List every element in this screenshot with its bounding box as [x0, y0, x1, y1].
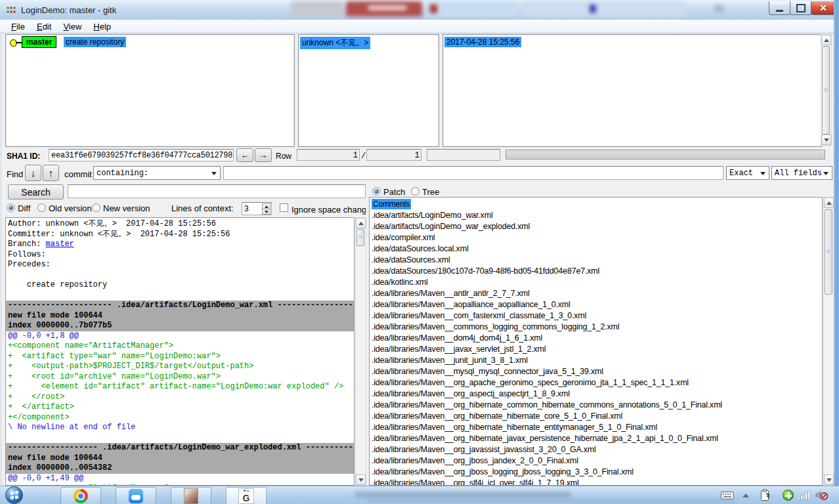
row-extra-field[interactable]: [427, 149, 500, 161]
file-row[interactable]: .idea/libraries/Maven__org_hibernate_hib…: [370, 422, 822, 433]
find-type-dropdown[interactable]: containing:: [93, 166, 221, 180]
taskbar-app-gitk[interactable]: +− G: [226, 487, 267, 504]
minimize-button[interactable]: [769, 1, 790, 15]
find-prev-button[interactable]: ↑: [43, 165, 59, 181]
background-tab: [368, 5, 407, 10]
menu-view[interactable]: View: [57, 21, 87, 32]
spin-down-icon[interactable]: [262, 209, 270, 215]
file-row[interactable]: .idea/libraries/Maven__dom4j_dom4j_1_6_1…: [370, 333, 822, 344]
scrollbar-thumb[interactable]: [825, 209, 832, 295]
file-row[interactable]: .idea/libraries/Maven__junit_junit_3_8_1…: [370, 355, 822, 366]
search-input[interactable]: [68, 184, 366, 198]
file-row[interactable]: .idea/libraries/Maven__org_hibernate_com…: [370, 400, 822, 411]
diff-line: index 0000000..7b077b5: [6, 321, 354, 331]
chevron-down-icon: [760, 172, 765, 175]
diff-text-pane[interactable]: Author: unknown <不见。> 2017-04-28 15:25:5…: [5, 217, 355, 486]
start-button[interactable]: [5, 486, 23, 504]
tree-radio[interactable]: [411, 187, 420, 196]
file-row[interactable]: .idea/libraries/Maven__mysql_mysql_conne…: [370, 366, 822, 377]
file-row[interactable]: .idea/libraries/Maven__com_fasterxml_cla…: [370, 310, 822, 322]
file-list-comments-row[interactable]: Comments: [370, 199, 822, 210]
scroll-down-icon[interactable]: [356, 474, 366, 485]
file-row[interactable]: .idea/libraries/Maven__org_slf4j_jcl_ove…: [370, 478, 822, 486]
windows-flag-icon: [11, 492, 14, 495]
commit-author-panel[interactable]: unknown <不见。>: [298, 34, 439, 147]
file-row[interactable]: .idea/libraries/Maven__antlr_antlr_2_7_7…: [370, 288, 822, 299]
branch-tag[interactable]: master: [22, 36, 56, 48]
next-commit-button[interactable]: →: [255, 148, 272, 162]
menu-file[interactable]: File: [5, 21, 31, 32]
row-total-field[interactable]: 1: [366, 149, 421, 161]
commit-subject[interactable]: create repository: [64, 37, 126, 47]
context-label: Lines of context:: [171, 203, 234, 213]
file-row[interactable]: .idea/artifacts/LoginDemo_war_exploded.x…: [370, 221, 822, 232]
menu-edit[interactable]: Edit: [31, 21, 57, 32]
old-version-radio[interactable]: [37, 203, 46, 212]
find-pattern-input[interactable]: [223, 166, 723, 180]
file-row[interactable]: .idea/libraries/Maven__org_hibernate_jav…: [370, 433, 822, 444]
taskbar-app-photo[interactable]: [171, 487, 211, 504]
keyboard-icon[interactable]: [721, 491, 734, 500]
row-current-field[interactable]: 1: [297, 149, 360, 161]
file-row[interactable]: .idea/libraries/Maven__javax_servlet_jst…: [370, 344, 822, 355]
commit-graph-panel[interactable]: master create repository: [5, 34, 295, 147]
file-row[interactable]: .idea/libraries/Maven__commons_logging_c…: [370, 322, 822, 333]
search-button[interactable]: Search: [8, 184, 64, 200]
show-hidden-icons-button[interactable]: [742, 494, 749, 497]
diff-line: Author: unknown <不见。> 2017-04-28 15:25:5…: [6, 219, 354, 230]
diff-scrollbar[interactable]: [355, 217, 366, 486]
volume-muted-icon[interactable]: [815, 490, 828, 501]
file-row[interactable]: .idea/libraries/Maven__org_jboss_logging…: [370, 467, 822, 478]
taskbar-app-browser[interactable]: [116, 487, 156, 504]
diff-line: new file mode 100644: [6, 311, 354, 322]
context-spinbox[interactable]: 3: [242, 202, 272, 215]
file-row[interactable]: .idea/libraries/Maven__aopalliance_aopal…: [370, 299, 822, 310]
patch-radio[interactable]: [372, 187, 381, 196]
match-mode-dropdown[interactable]: Exact: [726, 166, 769, 180]
file-row[interactable]: .idea/libraries/Maven__org_apache_geroni…: [370, 377, 822, 388]
file-list-scrollbar[interactable]: [823, 197, 834, 486]
sha1-input[interactable]: eea31f6e679039257fcf8e36f04777cca5012798: [49, 149, 234, 161]
scrollbar-thumb[interactable]: [822, 46, 830, 135]
scroll-down-icon[interactable]: [821, 135, 831, 145]
window-border-right: [834, 0, 839, 486]
close-button[interactable]: ✕: [811, 1, 836, 15]
commit-author[interactable]: unknown <不见。>: [300, 37, 370, 49]
network-signal-icon[interactable]: [798, 490, 810, 500]
taskbar-app-chrome[interactable]: [60, 487, 101, 504]
scroll-down-icon[interactable]: [824, 474, 834, 485]
find-next-button[interactable]: ↓: [25, 165, 41, 181]
diff-radio[interactable]: [7, 203, 15, 212]
new-version-radio[interactable]: [92, 203, 100, 212]
clipboard-plug-icon[interactable]: [760, 489, 771, 501]
file-row[interactable]: .idea/libraries/Maven__org_aspectj_aspec…: [370, 388, 822, 400]
file-row[interactable]: .idea/dataSources.local.xml: [370, 243, 822, 255]
background-tab-icon: [430, 5, 437, 13]
ignore-space-checkbox[interactable]: [280, 203, 288, 212]
old-version-label: Old version: [49, 203, 92, 213]
fields-dropdown[interactable]: All fields: [771, 166, 832, 180]
prev-commit-button[interactable]: ←: [236, 148, 253, 162]
commit-list-scrollbar[interactable]: [821, 34, 832, 146]
commit-date-panel[interactable]: 2017-04-28 15:25:56: [442, 34, 822, 147]
file-row[interactable]: .idea/libraries/Maven__org_hibernate_hib…: [370, 411, 822, 422]
branch-link[interactable]: master: [46, 240, 74, 249]
antivirus-icon[interactable]: [783, 490, 794, 501]
scroll-up-icon[interactable]: [356, 218, 366, 228]
file-row[interactable]: .idea/artifacts/LoginDemo_war.xml: [370, 210, 822, 221]
commit-date[interactable]: 2017-04-28 15:25:56: [444, 37, 521, 47]
file-row[interactable]: .idea/kotlinc.xml: [370, 277, 822, 288]
maximize-button[interactable]: [790, 1, 811, 15]
file-row[interactable]: .idea/dataSources.xml: [370, 255, 822, 266]
file-row[interactable]: .idea/compiler.xml: [370, 232, 822, 243]
selected-entry[interactable]: Comments: [372, 199, 411, 209]
background-tab-icon: [590, 5, 596, 13]
scroll-up-icon[interactable]: [824, 198, 834, 208]
scrollbar-thumb[interactable]: [356, 229, 364, 246]
file-list-pane[interactable]: Comments.idea/artifacts/LoginDemo_war.xm…: [369, 197, 823, 486]
file-row[interactable]: .idea/libraries/Maven__org_javassist_jav…: [370, 444, 822, 455]
file-row[interactable]: .idea/dataSources/180c107d-70a9-48f6-bd0…: [370, 266, 822, 277]
menu-help[interactable]: Help: [87, 21, 117, 32]
scroll-up-icon[interactable]: [821, 35, 831, 45]
file-row[interactable]: .idea/libraries/Maven__org_jboss_jandex_…: [370, 455, 822, 467]
